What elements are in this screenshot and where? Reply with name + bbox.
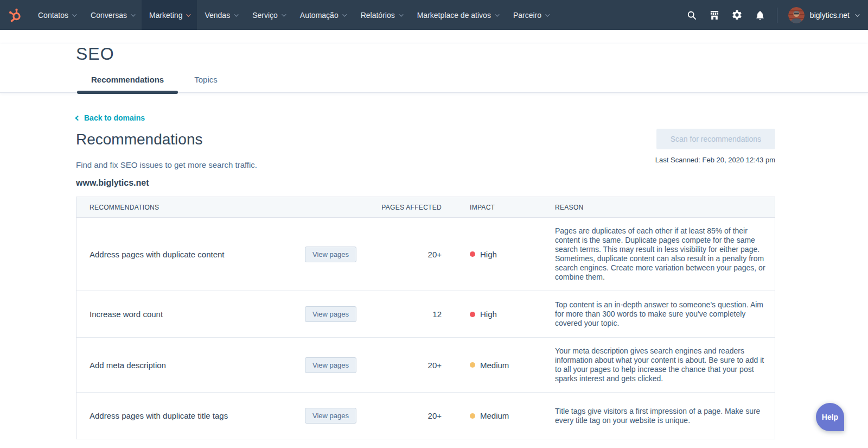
chevron-down-icon	[495, 12, 499, 16]
chevron-down-icon	[855, 12, 859, 16]
nav-divider	[777, 8, 777, 23]
recommendation-name: Address pages with duplicate title tags	[90, 411, 305, 420]
hubspot-logo-icon[interactable]	[0, 0, 30, 30]
user-avatar	[788, 7, 805, 23]
impact-dot	[470, 362, 475, 368]
chevron-left-icon	[75, 115, 81, 121]
table-row: Address pages with duplicate title tags …	[76, 393, 775, 439]
nav-item-label: Parceiro	[513, 11, 541, 20]
recommendations-header: Recommendations Scan for recommendations…	[76, 131, 775, 148]
back-to-domains-link[interactable]: Back to domains	[76, 113, 145, 122]
tab-recommendations[interactable]: Recommendations	[76, 75, 179, 92]
chevron-down-icon	[72, 12, 76, 16]
chevron-down-icon	[399, 12, 403, 16]
nav-item-serviço[interactable]: Serviço	[245, 0, 292, 30]
chevron-down-icon	[545, 12, 550, 16]
nav-item-automação[interactable]: Automação	[292, 0, 353, 30]
nav-item-label: Vendas	[205, 11, 230, 20]
chevron-down-icon	[342, 12, 347, 16]
last-scanned-timestamp: Last Scanned: Feb 20, 2020 12:43 pm	[655, 156, 775, 164]
impact-cell: Medium	[442, 361, 555, 370]
impact-label: High	[480, 310, 497, 319]
view-pages-button[interactable]: View pages	[305, 357, 356, 373]
table-row: Address pages with duplicate content Vie…	[76, 218, 775, 291]
recommendations-table: RECOMMENDATIONS PAGES AFFECTED IMPACT RE…	[76, 197, 775, 439]
recommendation-name: Address pages with duplicate content	[90, 250, 305, 259]
table-row: Increase word count View pages 12 High T…	[76, 291, 775, 338]
impact-dot	[470, 413, 475, 419]
nav-item-vendas[interactable]: Vendas	[197, 0, 245, 30]
impact-label: Medium	[480, 361, 509, 370]
view-pages-button[interactable]: View pages	[305, 247, 356, 262]
chevron-down-icon	[282, 12, 286, 16]
table-row: Add meta description View pages 20+ Medi…	[76, 338, 775, 393]
reason-text: Title tags give visitors a first impress…	[555, 407, 765, 425]
tab-label: Recommendations	[91, 75, 164, 84]
column-header-reason: REASON	[555, 204, 765, 211]
pages-affected-value: 12	[354, 310, 442, 319]
nav-item-label: Serviço	[252, 11, 278, 20]
scan-area: Scan for recommendations Last Scanned: F…	[655, 129, 775, 164]
impact-label: High	[480, 250, 497, 259]
nav-item-label: Relatórios	[361, 11, 395, 20]
view-pages-button[interactable]: View pages	[305, 306, 356, 322]
main-content: Back to domains Recommendations Scan for…	[76, 93, 775, 439]
page-title: SEO	[76, 44, 868, 64]
impact-cell: High	[442, 250, 555, 259]
view-pages-button[interactable]: View pages	[305, 408, 356, 424]
pages-affected-value: 20+	[354, 411, 442, 420]
column-header-pages-affected: PAGES AFFECTED	[354, 204, 442, 211]
recommendation-name: Increase word count	[90, 310, 305, 319]
nav-item-marketing[interactable]: Marketing	[142, 0, 197, 30]
reason-text: Pages are duplicates of each other if at…	[555, 226, 765, 282]
help-button[interactable]: Help	[816, 403, 844, 431]
column-header-recommendations: RECOMMENDATIONS	[90, 204, 305, 211]
recommendation-name: Add meta description	[90, 361, 305, 370]
nav-item-contatos[interactable]: Contatos	[30, 0, 83, 30]
table-header-row: RECOMMENDATIONS PAGES AFFECTED IMPACT RE…	[76, 197, 775, 218]
recommendations-table-body: Address pages with duplicate content Vie…	[76, 218, 775, 439]
top-navigation: Contatos Conversas Marketing Vendas Serv…	[0, 0, 868, 30]
nav-item-label: Automação	[300, 11, 339, 20]
notifications-icon[interactable]	[754, 9, 766, 21]
reason-text: Your meta description gives search engin…	[555, 346, 765, 383]
nav-item-label: Marketing	[149, 11, 182, 20]
nav-item-label: Contatos	[38, 11, 68, 20]
reason-text: Top content is an in-depth answer to som…	[555, 300, 765, 328]
nav-item-conversas[interactable]: Conversas	[83, 0, 142, 30]
impact-label: Medium	[480, 411, 509, 420]
nav-item-parceiro[interactable]: Parceiro	[506, 0, 556, 30]
nav-item-label: Conversas	[91, 11, 127, 20]
settings-icon[interactable]	[731, 9, 743, 21]
chevron-down-icon	[131, 12, 135, 16]
impact-cell: High	[442, 310, 555, 319]
nav-utilities: biglytics.net	[686, 0, 868, 30]
pages-affected-value: 20+	[354, 361, 442, 370]
nav-item-relatórios[interactable]: Relatórios	[353, 0, 410, 30]
pages-affected-value: 20+	[354, 250, 442, 259]
back-link-label: Back to domains	[84, 113, 145, 122]
scan-for-recommendations-button[interactable]: Scan for recommendations	[656, 129, 775, 149]
tab-label: Topics	[194, 75, 218, 84]
account-menu[interactable]: biglytics.net	[788, 7, 858, 23]
tabs: Recommendations Topics	[76, 75, 868, 92]
chevron-down-icon	[234, 12, 238, 16]
impact-cell: Medium	[442, 411, 555, 420]
nav-item-marketplace-de-ativos[interactable]: Marketplace de ativos	[410, 0, 506, 30]
account-name: biglytics.net	[810, 11, 850, 20]
search-icon[interactable]	[686, 9, 698, 21]
chevron-down-icon	[187, 12, 191, 16]
marketplace-icon[interactable]	[709, 9, 720, 21]
main-nav-items: Contatos Conversas Marketing Vendas Serv…	[30, 0, 556, 30]
column-header-impact: IMPACT	[442, 204, 555, 211]
page-header: SEO Recommendations Topics	[0, 44, 868, 93]
domain-name: www.biglytics.net	[76, 178, 775, 188]
nav-item-label: Marketplace de ativos	[417, 11, 491, 20]
tab-topics[interactable]: Topics	[179, 75, 233, 92]
impact-dot	[470, 312, 475, 317]
impact-dot	[470, 251, 475, 257]
